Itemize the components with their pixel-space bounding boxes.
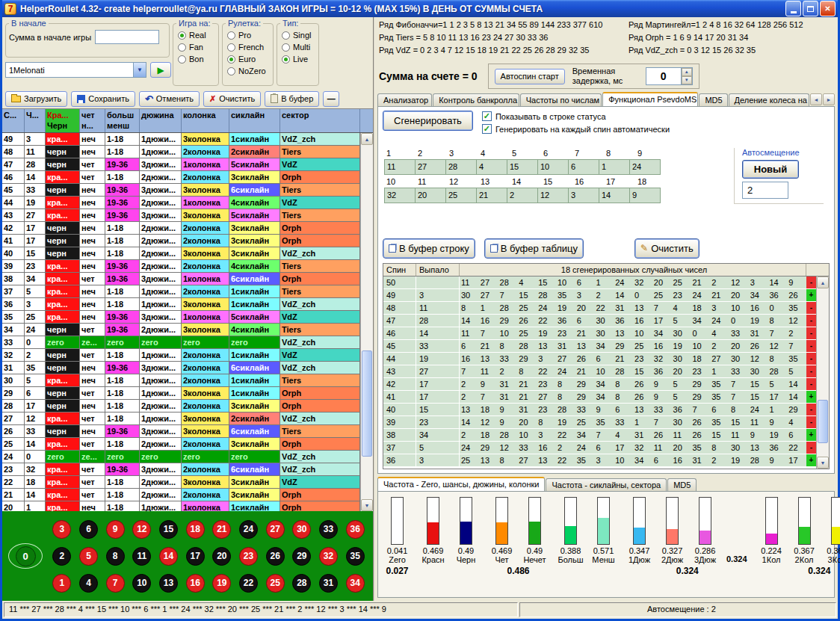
radio-option-euro[interactable]: Euro	[227, 55, 273, 64]
restore-button[interactable]	[803, 1, 818, 16]
scroll-down-icon[interactable]: ▼	[361, 499, 373, 511]
board-number[interactable]: 30	[292, 520, 311, 539]
start-sum-input[interactable]	[95, 30, 159, 44]
scroll-down-icon[interactable]: ▼	[817, 457, 829, 469]
board-zero[interactable]: 0	[16, 546, 36, 566]
grid-value: 4	[476, 159, 507, 175]
tab-4[interactable]: Функционал PsevdoMS	[602, 92, 698, 107]
board-number[interactable]: 8	[106, 547, 125, 566]
tab-6[interactable]: Деление колеса на	[729, 93, 809, 106]
play-button[interactable]: ▶	[150, 62, 171, 78]
radio-option-pro[interactable]: Pro	[227, 31, 273, 40]
board-number[interactable]: 6	[79, 520, 98, 539]
generate-button[interactable]: Сгенерировать	[383, 111, 473, 131]
radio-option-nozero[interactable]: NoZero	[227, 67, 273, 75]
board-number[interactable]: 27	[266, 520, 285, 539]
board-number[interactable]: 3	[52, 520, 71, 539]
button-disk[interactable]: Сохранить	[71, 91, 135, 107]
board-number[interactable]: 5	[79, 547, 98, 566]
board-number[interactable]: 19	[212, 574, 231, 593]
board-number[interactable]: 36	[346, 520, 365, 539]
radio-option-fan[interactable]: Fan	[178, 43, 218, 52]
button-folder[interactable]: Загрузить	[5, 91, 67, 107]
spinner-down-icon[interactable]: ▼	[682, 76, 692, 84]
gen-number: 19	[537, 327, 556, 339]
button-collapse[interactable]: —	[323, 91, 339, 107]
checkbox-option[interactable]: ✓Показывать в строке статуса	[482, 111, 670, 121]
cell-number: 2	[25, 349, 46, 361]
board-number[interactable]: 23	[239, 547, 258, 566]
board-number[interactable]: 11	[132, 547, 151, 566]
button-clearx[interactable]: ✗Очистить	[203, 91, 261, 107]
board-number[interactable]: 14	[159, 547, 178, 566]
button-undo[interactable]: ↶Отменить	[139, 91, 200, 107]
tab-5[interactable]: MD5	[699, 93, 727, 106]
board-number[interactable]: 9	[106, 520, 125, 539]
board-number[interactable]: 17	[186, 547, 205, 566]
board-number[interactable]: 34	[346, 574, 365, 593]
button-clip[interactable]: В буфер	[265, 91, 319, 107]
board-number[interactable]: 7	[106, 574, 125, 593]
tab-1[interactable]: Анализатор	[377, 93, 432, 106]
board-number[interactable]: 21	[212, 520, 231, 539]
spinner-up-icon[interactable]: ▲	[682, 68, 692, 76]
generated-table-scrollbar[interactable]: ▲ ▼	[816, 276, 829, 469]
board-number[interactable]: 29	[292, 547, 311, 566]
gen-number: 36	[614, 315, 633, 327]
copy-row-button[interactable]: В буфер строку	[383, 238, 475, 259]
board-number[interactable]: 12	[132, 520, 151, 539]
tab-2[interactable]: Контроль банкролла	[433, 93, 519, 106]
board-number[interactable]: 2	[52, 547, 71, 566]
tab-3[interactable]: Частоты по числам	[520, 93, 602, 106]
scroll-thumb[interactable]	[362, 350, 372, 457]
radio-option-live[interactable]: Live	[282, 55, 318, 64]
minimize-button[interactable]	[785, 1, 801, 16]
tab-scroll-left-icon[interactable]: ◄	[810, 93, 822, 105]
radio-option-bon[interactable]: Bon	[178, 55, 218, 64]
board-number[interactable]: 35	[346, 547, 365, 566]
checkbox-option[interactable]: ✓Генерировать на каждый спин автоматичес…	[482, 124, 670, 134]
board-number[interactable]: 15	[159, 520, 178, 539]
board-number[interactable]: 22	[239, 574, 258, 593]
freq-bar-fill	[427, 522, 439, 544]
board-number[interactable]: 24	[239, 520, 258, 539]
board-number[interactable]: 16	[186, 574, 205, 593]
close-button[interactable]: ✕	[820, 1, 836, 16]
board-number[interactable]: 32	[319, 547, 338, 566]
board-number[interactable]: 1	[52, 574, 71, 593]
freq-tab-2[interactable]: Частота - сиклайны, сектора	[546, 478, 667, 491]
board-number[interactable]: 20	[212, 547, 231, 566]
scroll-track[interactable]	[817, 288, 829, 457]
radio-option-real[interactable]: Real	[178, 31, 218, 40]
freq-tab-3[interactable]: MD5	[667, 478, 697, 491]
board-number[interactable]: 33	[319, 520, 338, 539]
scroll-up-icon[interactable]: ▲	[817, 276, 829, 288]
clear-generated-button[interactable]: ✎Очистить	[634, 238, 700, 259]
board-number[interactable]: 25	[266, 574, 285, 593]
scroll-track[interactable]	[361, 145, 373, 499]
radio-option-singl[interactable]: Singl	[282, 31, 318, 40]
board-number[interactable]: 26	[266, 547, 285, 566]
board-number[interactable]: 18	[186, 520, 205, 539]
tab-scroll-right-icon[interactable]: ►	[823, 93, 835, 105]
copy-table-button[interactable]: В буфер таблицу	[484, 238, 584, 259]
gen-number: 15	[749, 378, 768, 390]
delay-spinner[interactable]: 0 ▲ ▼	[646, 67, 693, 85]
radio-option-french[interactable]: French	[227, 43, 273, 52]
board-number[interactable]: 31	[319, 574, 338, 593]
scroll-thumb[interactable]	[818, 400, 828, 444]
chevron-down-icon[interactable]: ▼	[133, 63, 146, 77]
radio-option-multi[interactable]: Multi	[282, 43, 318, 52]
title-bar[interactable]: 7 HelperRoullet 4.32- create helperroull…	[2, 0, 838, 17]
board-number[interactable]: 10	[132, 574, 151, 593]
board-number[interactable]: 13	[159, 574, 178, 593]
autoshift-input[interactable]	[742, 182, 788, 199]
spins-table-scrollbar[interactable]: ▲ ▼	[360, 133, 373, 511]
freq-tab-1[interactable]: Частота - Zero, шансы, дюжины, колонки	[377, 477, 545, 492]
board-number[interactable]: 4	[79, 574, 98, 593]
autospin-button[interactable]: Автоспин старт	[495, 69, 565, 84]
board-number[interactable]: 28	[292, 574, 311, 593]
profile-combobox[interactable]: 1Melonati ▼	[5, 62, 146, 78]
scroll-up-icon[interactable]: ▲	[361, 133, 373, 145]
new-button[interactable]: Новый	[742, 160, 799, 179]
